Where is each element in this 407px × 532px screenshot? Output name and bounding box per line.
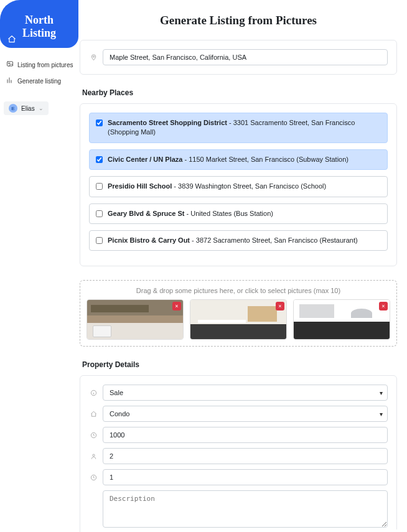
nearby-place-checkbox[interactable] <box>96 119 103 126</box>
uploaded-image[interactable]: × <box>190 299 287 340</box>
sidebar-item-label: Generate listing <box>17 78 61 85</box>
property-details-label: Property Details <box>82 360 397 369</box>
svg-point-5 <box>92 454 94 456</box>
home-icon <box>89 406 98 422</box>
image-dropzone[interactable]: Drag & drop some pictures here, or click… <box>80 280 397 347</box>
uploaded-image[interactable]: × <box>293 299 390 340</box>
nearby-places-label: Nearby Places <box>82 88 397 97</box>
nearby-place-checkbox[interactable] <box>96 237 103 244</box>
nearby-place-text: Sacramento Street Shopping District - 33… <box>108 118 381 138</box>
bars-icon <box>6 77 14 85</box>
nearby-place-item[interactable]: Civic Center / UN Plaza - 1150 Market St… <box>89 149 388 170</box>
sidebar-item-label: Listing from pictures <box>17 62 73 68</box>
nearby-place-text: Presidio Hill School - 3839 Washington S… <box>108 182 381 191</box>
nearby-place-name: Sacramento Street Shopping District <box>108 119 227 126</box>
sidebar: North Listing Listing from pictures Gene… <box>0 0 78 532</box>
image-icon <box>6 60 14 69</box>
area-input[interactable] <box>103 427 388 443</box>
nearby-place-item[interactable]: Sacramento Street Shopping District - 33… <box>89 113 388 143</box>
uploaded-image[interactable]: × <box>87 299 184 340</box>
nearby-place-item[interactable]: Geary Blvd & Spruce St - United States (… <box>89 203 388 224</box>
remove-image-button[interactable]: × <box>172 302 181 310</box>
bathrooms-input[interactable] <box>103 469 388 485</box>
person-icon <box>89 448 98 464</box>
nearby-place-meta: 3839 Washington Street, San Francisco (S… <box>178 182 326 190</box>
property-details-card: ▾ ▾ <box>80 375 397 532</box>
area-icon <box>89 427 98 443</box>
svg-point-2 <box>93 55 94 57</box>
sidebar-item-generate-listing[interactable]: Generate listing <box>4 73 75 89</box>
nearby-place-item[interactable]: Picnix Bistro & Carry Out - 3872 Sacrame… <box>89 230 388 251</box>
chevron-down-icon: ⌄ <box>39 105 44 111</box>
address-input[interactable] <box>103 49 388 65</box>
nearby-places-card: Sacramento Street Shopping District - 33… <box>80 103 397 266</box>
property-type-select[interactable] <box>103 406 388 422</box>
dropzone-hint: Drag & drop some pictures here, or click… <box>87 287 390 294</box>
nearby-place-checkbox[interactable] <box>96 156 103 163</box>
nearby-place-meta: United States (Bus Station) <box>190 210 273 217</box>
brand-line1: North <box>6 14 72 27</box>
avatar: E <box>9 104 17 113</box>
page-title: Generate Listing from Pictures <box>80 14 397 27</box>
home-icon <box>7 35 16 44</box>
info-icon <box>89 385 98 401</box>
pin-icon <box>89 49 98 65</box>
nearby-place-text: Civic Center / UN Plaza - 1150 Market St… <box>108 155 381 164</box>
description-textarea[interactable] <box>103 490 388 528</box>
remove-image-button[interactable]: × <box>276 302 284 310</box>
nearby-place-checkbox[interactable] <box>96 183 103 190</box>
nearby-place-meta: 3872 Sacramento Street, San Francisco (R… <box>196 236 358 244</box>
remove-image-button[interactable]: × <box>379 302 388 310</box>
bedrooms-input[interactable] <box>103 448 388 464</box>
listing-type-select[interactable] <box>103 385 388 401</box>
nearby-place-text: Picnix Bistro & Carry Out - 3872 Sacrame… <box>108 236 381 245</box>
nearby-place-text: Geary Blvd & Spruce St - United States (… <box>108 209 381 218</box>
nearby-place-name: Picnix Bistro & Carry Out <box>108 236 190 244</box>
user-menu[interactable]: E Elias ⌄ <box>4 101 49 115</box>
main: Generate Listing from Pictures Nearby Pl… <box>78 0 407 532</box>
address-card <box>80 40 397 75</box>
clock-icon <box>89 469 98 485</box>
nearby-place-meta: 1150 Market Street, San Francisco (Subwa… <box>189 156 349 163</box>
nearby-place-name: Presidio Hill School <box>108 182 172 190</box>
sidebar-item-listing-from-pictures[interactable]: Listing from pictures <box>4 57 75 73</box>
nearby-place-item[interactable]: Presidio Hill School - 3839 Washington S… <box>89 176 388 197</box>
nearby-place-name: Geary Blvd & Spruce St <box>108 210 185 217</box>
nearby-place-checkbox[interactable] <box>96 210 103 217</box>
svg-point-1 <box>9 63 10 64</box>
nearby-place-name: Civic Center / UN Plaza <box>108 156 182 163</box>
user-name: Elias <box>21 105 35 112</box>
brand-badge: North Listing <box>0 0 78 48</box>
